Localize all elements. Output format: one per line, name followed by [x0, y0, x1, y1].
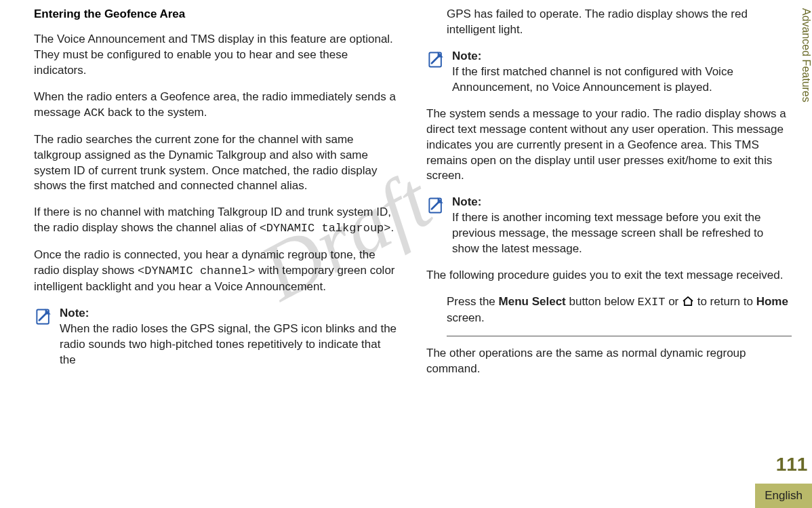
text: button below — [566, 295, 638, 308]
paragraph: The following procedure guides you to ex… — [426, 268, 792, 284]
code-text: EXIT — [638, 296, 666, 309]
code-text: ACK — [84, 106, 105, 119]
text: back to the system. — [104, 106, 207, 119]
text: screen. — [447, 311, 485, 324]
side-chapter-tab: Advanced Features — [789, 5, 812, 102]
bold-text: Home — [756, 295, 788, 308]
page-number: 111 — [771, 454, 812, 475]
paragraph: If there is no channel with matching Tal… — [34, 205, 399, 237]
bold-text: Menu Select — [499, 295, 566, 308]
left-column: Entering the Geofence Area The Voice Ann… — [34, 7, 399, 501]
note-text: If there is another incoming text messag… — [452, 211, 763, 255]
paragraph: The other operations are the same as nor… — [426, 346, 792, 377]
page-content: Entering the Geofence Area The Voice Ann… — [0, 0, 812, 508]
note-label: Note: — [60, 306, 399, 321]
section-heading: Entering the Geofence Area — [34, 7, 399, 22]
step-block: Press the Menu Select button below EXIT … — [447, 294, 792, 336]
note-text: When the radio loses the GPS signal, the… — [60, 322, 397, 366]
note-block: Note: When the radio loses the GPS signa… — [34, 306, 399, 368]
paragraph: GPS has failed to operate. The radio dis… — [447, 7, 792, 38]
right-column: GPS has failed to operate. The radio dis… — [426, 7, 792, 501]
language-tab: English — [755, 484, 812, 508]
note-label: Note: — [452, 49, 792, 64]
text: . — [391, 221, 394, 234]
note-block: Note: If there is another incoming text … — [426, 195, 792, 257]
text: Press the — [447, 295, 499, 308]
note-icon — [34, 307, 53, 326]
text: or — [665, 295, 682, 308]
paragraph: Once the radio is connected, you hear a … — [34, 248, 399, 295]
text: to return to — [694, 295, 756, 308]
paragraph: When the radio enters a Geofence area, t… — [34, 90, 399, 121]
note-block: Note: If the first matched channel is no… — [426, 49, 792, 96]
home-icon — [682, 295, 694, 305]
note-label: Note: — [452, 195, 792, 210]
note-text: If the first matched channel is not conf… — [452, 65, 733, 94]
paragraph: The system sends a message to your radio… — [426, 106, 792, 184]
note-icon — [426, 196, 445, 215]
paragraph: The radio searches the current zone for … — [34, 132, 399, 195]
code-text: <DYNAMIC channel> — [138, 265, 255, 277]
paragraph: The Voice Announcement and TMS display i… — [34, 32, 399, 79]
note-icon — [426, 50, 445, 69]
code-text: <DYNAMIC talkgroup> — [260, 222, 391, 235]
